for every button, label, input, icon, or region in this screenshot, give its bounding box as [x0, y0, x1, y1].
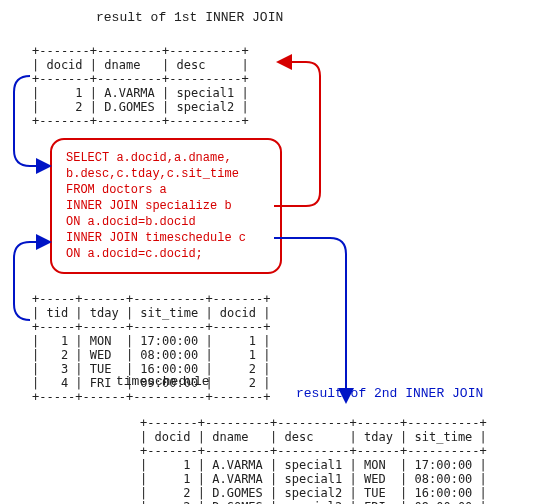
second-join-title: result of 2nd INNER JOIN	[296, 386, 483, 401]
first-join-title: result of 1st INNER JOIN	[96, 10, 283, 25]
timeschedule-table: +-----+------+----------+-------+ | tid …	[32, 292, 270, 404]
query-line: INNER JOIN timeschedule c	[66, 230, 266, 246]
query-line: ON a.docid=b.docid	[66, 214, 266, 230]
query-line: b.desc,c.tday,c.sit_time	[66, 166, 266, 182]
second-join-table: +-------+---------+----------+------+---…	[140, 416, 487, 504]
query-line: ON a.docid=c.docid;	[66, 246, 266, 262]
arrow-to-second-join-icon	[274, 238, 346, 400]
query-line: SELECT a.docid,a.dname,	[66, 150, 266, 166]
first-join-table: +-------+---------+----------+ | docid |…	[32, 44, 249, 128]
query-line: INNER JOIN specialize b	[66, 198, 266, 214]
sql-query-box: SELECT a.docid,a.dname, b.desc,c.tday,c.…	[50, 138, 282, 274]
query-line: FROM doctors a	[66, 182, 266, 198]
